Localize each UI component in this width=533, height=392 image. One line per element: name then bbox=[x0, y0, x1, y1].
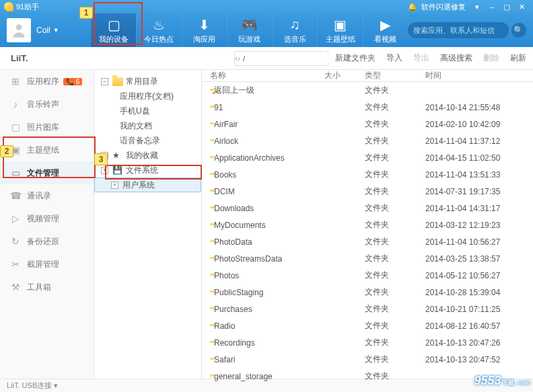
sidebar-item-8[interactable]: ✂截屏管理 bbox=[0, 253, 94, 276]
sidebar-icon: ↻ bbox=[9, 236, 22, 247]
file-list: 名称 大小 类型 时间 返回上一级 文件夹 91 文件夹 2014-10-14 … bbox=[202, 70, 533, 379]
username[interactable]: Coil ▼ bbox=[36, 26, 59, 35]
table-row[interactable]: 返回上一级 文件夹 bbox=[202, 82, 533, 99]
collapse-icon[interactable]: – bbox=[101, 78, 108, 85]
tree-node[interactable]: 应用程序(文档) bbox=[94, 89, 201, 104]
table-row[interactable]: Radio 文件夹 2014-08-12 16:40:57 bbox=[202, 317, 533, 334]
refresh-button[interactable]: 刷新 bbox=[510, 52, 526, 64]
toolbar-actions: 新建文件夹 导入 导出 高级搜索 删除 刷新 bbox=[335, 52, 526, 64]
tree-label: 文件系统 bbox=[126, 165, 158, 176]
tree-user-system[interactable]: + 用户系统 bbox=[94, 178, 201, 192]
sidebar-item-5[interactable]: ☎通讯录 bbox=[0, 184, 94, 207]
bell-icon[interactable]: 🔔 bbox=[408, 3, 417, 11]
file-time: 2014-05-12 10:56:27 bbox=[425, 271, 533, 280]
nav-music[interactable]: ♫ 选音乐 bbox=[272, 13, 317, 47]
watermark-text: 9553 bbox=[474, 374, 501, 388]
col-type[interactable]: 类型 bbox=[365, 70, 425, 81]
search-input[interactable] bbox=[413, 26, 506, 34]
table-row[interactable]: ApplicationArchives 文件夹 2014-04-15 11:02… bbox=[202, 149, 533, 166]
file-name: Recordings bbox=[214, 338, 255, 348]
table-row[interactable]: PublicStaging 文件夹 2014-10-28 15:39:04 bbox=[202, 284, 533, 301]
table-row[interactable]: Photos 文件夹 2014-05-12 10:56:27 bbox=[202, 267, 533, 284]
sidebar-label: 音乐铃声 bbox=[27, 99, 59, 110]
table-row[interactable]: PhotoData 文件夹 2014-11-04 10:56:27 bbox=[202, 233, 533, 250]
file-name: Purchases bbox=[214, 305, 252, 314]
minimize-button[interactable]: – bbox=[485, 3, 499, 11]
tree-node[interactable]: 手机U盘 bbox=[94, 104, 201, 118]
tree-favorites[interactable]: + ★ 我的收藏 bbox=[94, 148, 201, 163]
file-type: 文件夹 bbox=[365, 286, 425, 298]
file-type: 文件夹 bbox=[365, 320, 425, 331]
table-row[interactable]: PhotoStreamsData 文件夹 2014-03-25 13:38:57 bbox=[202, 250, 533, 267]
expand-icon[interactable]: + bbox=[101, 167, 108, 174]
file-time: 2014-11-04 11:37:12 bbox=[425, 136, 533, 146]
table-row[interactable]: MyDocuments 文件夹 2014-03-12 12:19:23 bbox=[202, 217, 533, 233]
dropdown-button[interactable]: ▾ bbox=[470, 3, 485, 11]
sidebar-item-9[interactable]: ⚒工具箱 bbox=[0, 276, 94, 299]
path-input[interactable] bbox=[240, 54, 339, 63]
table-row[interactable]: AirFair 文件夹 2014-02-10 10:42:09 bbox=[202, 116, 533, 132]
address-bar[interactable]: ‹ › bbox=[234, 51, 328, 66]
nav-hot[interactable]: ♨ 今日热点 bbox=[136, 13, 181, 47]
file-type: 文件夹 bbox=[365, 236, 425, 247]
search-button[interactable]: 🔍 bbox=[511, 23, 526, 38]
nav-video[interactable]: ▶ 看视频 bbox=[363, 13, 408, 47]
tree-label: 用户系统 bbox=[122, 180, 155, 191]
tree-root[interactable]: – 常用目录 bbox=[94, 74, 201, 89]
col-time[interactable]: 时间 bbox=[425, 70, 533, 81]
sidebar-item-1[interactable]: ♪音乐铃声 bbox=[0, 93, 94, 116]
sidebar-item-4[interactable]: ▭文件管理 bbox=[0, 161, 94, 184]
maximize-button[interactable]: ▢ bbox=[499, 3, 514, 11]
col-size[interactable]: 大小 bbox=[324, 70, 365, 81]
sidebar-icon: ▢ bbox=[9, 122, 22, 132]
username-label: Coil bbox=[36, 26, 50, 35]
expand-icon[interactable]: + bbox=[111, 182, 118, 189]
tree-label: 语音备忘录 bbox=[120, 135, 160, 147]
flash-repair-link[interactable]: 软件闪退修复 bbox=[421, 2, 466, 12]
tree-node[interactable]: 语音备忘录 bbox=[94, 133, 201, 148]
search-box[interactable] bbox=[408, 22, 509, 38]
table-row[interactable]: 91 文件夹 2014-10-14 21:55:48 bbox=[202, 99, 533, 116]
table-row[interactable]: Downloads 文件夹 2014-11-04 14:31:17 bbox=[202, 200, 533, 217]
sidebar-item-3[interactable]: ▣主题壁纸 bbox=[0, 139, 94, 161]
table-row[interactable]: DCIM 文件夹 2014-07-31 19:17:35 bbox=[202, 183, 533, 200]
sidebar-label: 应用程序 bbox=[27, 76, 59, 87]
sidebar-item-6[interactable]: ▷视频管理 bbox=[0, 207, 94, 230]
advanced-search-button[interactable]: 高级搜索 bbox=[440, 52, 472, 64]
nav-themes[interactable]: ▣ 主题壁纸 bbox=[317, 13, 362, 47]
file-time: 2014-10-28 15:39:04 bbox=[425, 288, 533, 297]
chevron-down-icon: ▼ bbox=[53, 27, 59, 34]
table-row[interactable]: Recordings 文件夹 2014-10-13 20:47:26 bbox=[202, 334, 533, 351]
tree-label: 我的收藏 bbox=[126, 150, 158, 161]
file-time: 2014-11-04 10:56:27 bbox=[425, 237, 533, 247]
sidebar-item-0[interactable]: ⊞应用程序📞 6 bbox=[0, 70, 94, 93]
badge: 📞 6 bbox=[63, 78, 82, 85]
col-name[interactable]: 名称 bbox=[202, 70, 324, 81]
status-text[interactable]: LiiT. USB连接 ▾ bbox=[7, 381, 58, 391]
file-type: 文件夹 bbox=[365, 219, 425, 231]
file-name: Books bbox=[214, 170, 236, 180]
new-folder-button[interactable]: 新建文件夹 bbox=[335, 52, 376, 64]
folder-tree: – 常用目录 应用程序(文档)手机U盘我的文档语音备忘录 + ★ 我的收藏 + … bbox=[94, 70, 202, 379]
nav-games[interactable]: 🎮 玩游戏 bbox=[227, 13, 272, 47]
nav-apps[interactable]: ⬇ 淘应用 bbox=[182, 13, 227, 47]
close-button[interactable]: ✕ bbox=[514, 3, 529, 11]
file-name: PhotoData bbox=[214, 237, 252, 247]
import-button[interactable]: 导入 bbox=[386, 52, 402, 64]
fire-icon: ♨ bbox=[153, 17, 165, 33]
sidebar-label: 照片图库 bbox=[27, 122, 59, 133]
file-name: 91 bbox=[214, 103, 223, 112]
table-row[interactable]: Books 文件夹 2014-11-04 13:51:33 bbox=[202, 166, 533, 183]
tree-node[interactable]: 我的文档 bbox=[94, 118, 201, 133]
sidebar-item-2[interactable]: ▢照片图库 bbox=[0, 116, 94, 139]
tree-filesystem[interactable]: + 💾 文件系统 bbox=[94, 163, 201, 178]
user-block[interactable]: Coil ▼ bbox=[0, 13, 91, 47]
watermark-sub: 下载 .com bbox=[502, 379, 530, 387]
nav-my-device[interactable]: ▢ 我的设备 bbox=[91, 13, 136, 47]
table-row[interactable]: Purchases 文件夹 2014-10-21 07:11:25 bbox=[202, 301, 533, 317]
sidebar-label: 视频管理 bbox=[27, 213, 59, 225]
sidebar-item-7[interactable]: ↻备份还原 bbox=[0, 230, 94, 253]
table-row[interactable]: Airlock 文件夹 2014-11-04 11:37:12 bbox=[202, 132, 533, 149]
file-name: general_storage bbox=[214, 372, 273, 381]
table-row[interactable]: Safari 文件夹 2014-10-13 20:47:52 bbox=[202, 351, 533, 368]
